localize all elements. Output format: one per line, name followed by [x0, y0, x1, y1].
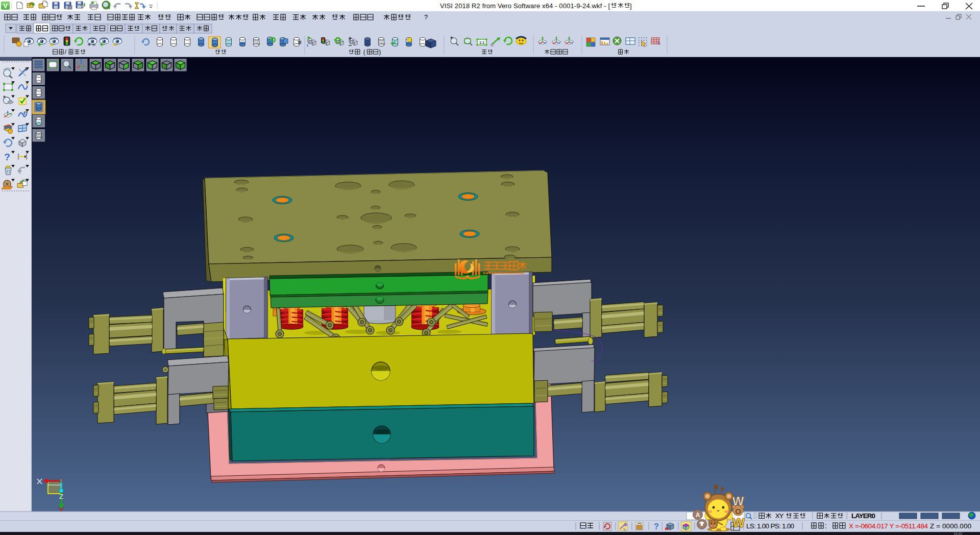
svg-text:LAYER0: LAYER0 [851, 512, 875, 520]
svg-text:?: ? [654, 522, 659, 531]
svg-text:VISI 2018 R2 from Vero Softwar: VISI 2018 R2 from Vero Software x64 - 00… [440, 2, 610, 10]
svg-text:1:1: 1:1 [479, 41, 484, 44]
svg-text:LS: 1.00 PS: 1.00: LS: 1.00 PS: 1.00 [746, 522, 794, 530]
svg-text:V: V [3, 2, 8, 10]
svg-text:X =-0604.017 Y =-0511.484: X =-0604.017 Y =-0511.484 [849, 522, 928, 530]
svg-text:W: W [732, 515, 745, 530]
svg-text:Z: Z [59, 493, 63, 500]
svg-text:Z = 0000.000: Z = 0000.000 [930, 522, 971, 530]
svg-text:?: ? [424, 13, 428, 21]
svg-text:?: ? [4, 152, 10, 162]
svg-text:): ) [379, 48, 381, 56]
svg-text:(: ( [363, 48, 365, 56]
svg-text:]: ] [630, 2, 632, 10]
svg-text:A: A [696, 512, 700, 519]
svg-text:Y: Y [779, 512, 783, 520]
svg-text:16:42: 16:42 [953, 532, 963, 535]
svg-text::: : [825, 522, 827, 530]
svg-text:O: O [735, 507, 741, 516]
